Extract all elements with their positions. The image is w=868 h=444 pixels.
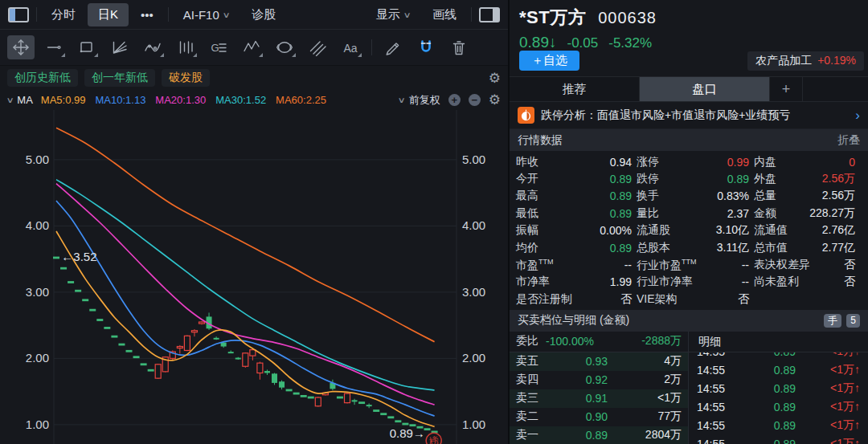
unit-hand-toggle[interactable]: 手 xyxy=(824,314,841,328)
detail-list: 14:550.89<1万↑14:550.89<1万↑14:550.89<1万↑1… xyxy=(689,352,868,444)
quote-item-流通值: 流通值2.76亿 xyxy=(754,222,860,239)
zoom-out-button[interactable]: − xyxy=(469,94,481,106)
kline-chart-area[interactable]: 5.005.004.004.003.003.002.002.001.001.00… xyxy=(0,110,508,444)
ask-row-卖五[interactable]: 卖五0.934万 xyxy=(510,352,688,371)
y-axis-tick-left: 4.00 xyxy=(26,218,49,232)
trade-detail-row: 14:550.89<1万↑ xyxy=(689,435,868,444)
y-axis-tick-right: 5.00 xyxy=(462,153,485,166)
depth-count-toggle[interactable]: 5 xyxy=(846,314,860,328)
tool-wave[interactable] xyxy=(238,35,265,59)
pitchfork-icon xyxy=(144,39,162,56)
price-row: 0.89↓ -0.05 -5.32% xyxy=(519,34,858,51)
price-annotation: ←3.52 xyxy=(61,250,96,263)
tool-pencil[interactable] xyxy=(379,35,407,59)
collapse-right-panel-icon[interactable] xyxy=(479,7,500,22)
collapse-toggle[interactable]: 折叠 xyxy=(837,133,860,148)
tag-historic-low[interactable]: 创历史新低 xyxy=(7,69,78,87)
svg-text:榜: 榜 xyxy=(427,434,440,444)
rect-icon xyxy=(78,39,96,56)
tool-trendline[interactable] xyxy=(40,35,68,59)
tool-cycle[interactable] xyxy=(271,35,298,59)
quote-item-今开: 今开0.89 xyxy=(516,170,637,187)
tab-recommend[interactable]: 推荐 xyxy=(510,77,640,101)
ma-indicator-bar: ∨ MA MA5:0.99MA10:1.13MA20:1.30MA30:1.52… xyxy=(0,90,508,110)
ma-lines-layer xyxy=(56,128,435,426)
rank-stamp-badge[interactable]: 榜 xyxy=(424,431,443,444)
price-change: -0.05 xyxy=(567,35,598,51)
stock-tags-row: 创历史新低 创一年新低 破发股 ⚙ xyxy=(0,66,508,90)
tool-trash[interactable] xyxy=(445,35,473,59)
tool-fan[interactable] xyxy=(106,35,133,59)
quote-item-表决权差异: 表决权差异否 xyxy=(754,256,860,273)
zoom-in-button[interactable]: + xyxy=(448,94,461,106)
ma-legend-item-2: MA20:1.30 xyxy=(155,94,206,106)
chevron-down-icon: ∨ xyxy=(403,10,411,19)
tool-text[interactable]: Aa xyxy=(337,35,364,59)
trash-icon xyxy=(450,39,468,56)
detail-list-clip[interactable]: 14:550.89<1万↑14:550.89<1万↑14:550.89<1万↑1… xyxy=(689,352,868,444)
ma-legend-item-0: MA5:0.99 xyxy=(41,94,86,106)
dropdown-corner-icon xyxy=(61,53,65,57)
trade-detail-row: 14:550.89<1万↑ xyxy=(689,398,868,417)
tab-minute-chart[interactable]: 分时 xyxy=(41,3,86,26)
sector-change: +0.19% xyxy=(817,54,856,68)
add-tab-button[interactable]: + xyxy=(770,77,803,101)
ask-row-卖二[interactable]: 卖二0.9077万 xyxy=(510,408,688,426)
tool-pitchfork[interactable] xyxy=(139,35,166,59)
collapse-left-panel-icon[interactable] xyxy=(8,7,29,22)
adjust-mode-dropdown[interactable]: ∨ 前复权 xyxy=(399,93,440,108)
tool-gann[interactable]: G xyxy=(205,35,232,59)
draw-line-button[interactable]: 画线 xyxy=(422,3,467,26)
orderbook-title: 买卖档位与明细 (金额) xyxy=(518,313,629,328)
ask-row-卖一[interactable]: 卖一0.892804万 xyxy=(510,426,688,444)
text-icon: Aa xyxy=(342,39,359,56)
tool-vlines[interactable] xyxy=(172,35,199,59)
toolbar-divider xyxy=(36,7,37,22)
chart-settings-gear-icon[interactable]: ⚙ xyxy=(489,93,501,107)
tool-magnet[interactable] xyxy=(412,35,440,59)
ask-row-卖四[interactable]: 卖四0.922万 xyxy=(510,371,688,389)
tags-settings-gear-icon[interactable]: ⚙ xyxy=(489,71,501,85)
y-axis-tick-right: 4.00 xyxy=(462,218,485,232)
quote-item-量比: 量比2.37 xyxy=(637,205,754,222)
tag-one-year-low[interactable]: 创一年新低 xyxy=(84,69,155,87)
ma-legend: MA5:0.99MA10:1.13MA20:1.30MA30:1.52MA60:… xyxy=(41,94,326,106)
ma-group-toggle[interactable]: ∨ MA xyxy=(7,94,33,106)
tag-broken-issue[interactable]: 破发股 xyxy=(162,69,210,87)
weibi-percent: -100.00% xyxy=(546,335,594,348)
svg-text:Aa: Aa xyxy=(344,42,358,55)
tool-channel[interactable] xyxy=(304,35,331,59)
more-periods-button[interactable]: ••• xyxy=(130,4,164,26)
ask-row-卖三[interactable]: 卖三0.91<1万 xyxy=(510,389,688,408)
channel-icon xyxy=(309,39,326,56)
trade-detail-row: 14:550.89<1万↑ xyxy=(689,417,868,435)
trade-detail-row: 14:550.89<1万↑ xyxy=(689,352,868,361)
tab-daily-k[interactable]: 日K xyxy=(88,3,129,26)
trade-detail-row: 14:550.89<1万↑ xyxy=(689,380,868,398)
diagnose-stock-button[interactable]: 诊股 xyxy=(241,3,286,26)
quote-item-总市值: 总市值2.77亿 xyxy=(754,239,860,256)
y-axis-tick-left: 3.00 xyxy=(26,285,49,299)
y-axis-tick-right: 3.00 xyxy=(462,285,485,299)
quote-item-总股本: 总股本3.11亿 xyxy=(637,239,754,256)
orderbook-unit-toggles: 手 5 xyxy=(819,314,860,328)
quote-tabs: 推荐 盘口 + xyxy=(510,76,868,102)
dropdown-corner-icon xyxy=(94,53,98,57)
dropdown-corner-icon xyxy=(358,53,362,57)
tab-pankou[interactable]: 盘口 xyxy=(640,77,770,101)
sector-chip[interactable]: 农产品加工 +0.19% xyxy=(747,51,864,71)
ma-legend-item-4: MA60:2.25 xyxy=(276,94,326,106)
ma-legend-item-3: MA30:1.52 xyxy=(215,94,266,106)
add-watchlist-button[interactable]: ＋自选 xyxy=(519,51,579,71)
weibi-row: 委比 -100.00% -2888万 xyxy=(510,332,688,352)
limit-down-analysis-row[interactable]: 跌停分析：面值退市风险+市值退市风险+业绩预亏 › xyxy=(510,102,868,129)
price-levels-column: 委比 -100.00% -2888万 卖五0.934万卖四0.922万卖三0.9… xyxy=(510,332,689,444)
orderbook-area: 委比 -100.00% -2888万 卖五0.934万卖四0.922万卖三0.9… xyxy=(510,332,868,444)
kline-chart[interactable]: 5.005.004.004.003.003.002.002.001.001.00… xyxy=(0,110,506,444)
display-menu-button[interactable]: 显示∨ xyxy=(366,3,420,26)
svg-text:G: G xyxy=(211,42,219,54)
ai-f10-button[interactable]: AI-F10∨ xyxy=(173,4,240,26)
ask-levels: 卖五0.934万卖四0.922万卖三0.91<1万卖二0.9077万卖一0.89… xyxy=(510,352,688,444)
tool-rect[interactable] xyxy=(73,35,100,59)
tool-move[interactable] xyxy=(7,35,35,59)
